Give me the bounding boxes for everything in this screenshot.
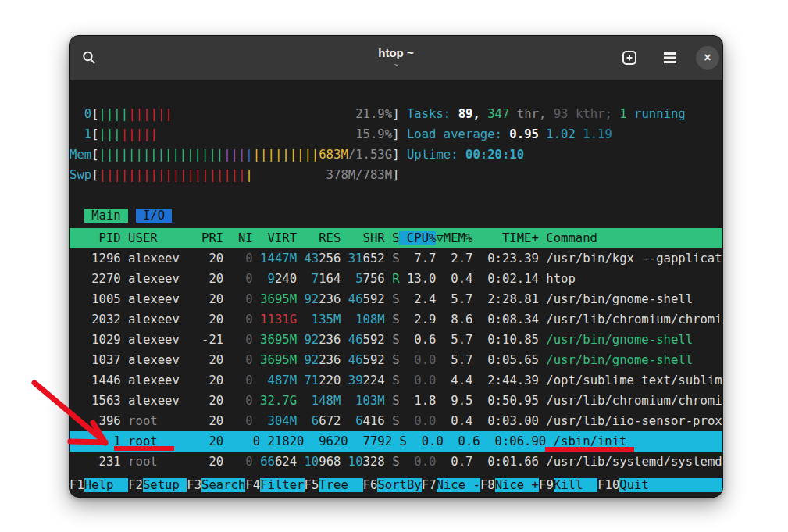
process-row-text: 0 bbox=[223, 312, 253, 327]
process-row-text: S bbox=[385, 353, 400, 367]
fn-search-button[interactable]: Search bbox=[201, 478, 245, 492]
fn-nice-minus-button[interactable]: Nice - bbox=[437, 478, 480, 492]
process-row-text: 1029 alexeev -21 bbox=[70, 333, 223, 347]
header-col-cpu-sort[interactable]: CPU% bbox=[399, 231, 436, 245]
search-button[interactable] bbox=[76, 45, 102, 71]
swp-label: Swp bbox=[70, 168, 91, 182]
cpu1-bars-red: ||||| bbox=[121, 127, 158, 141]
header-col-time[interactable]: TIME+ bbox=[472, 231, 539, 245]
process-row-text: 1005 alexeev 20 bbox=[70, 292, 223, 306]
process-row-text bbox=[253, 272, 268, 286]
process-row-text: 46 bbox=[341, 333, 362, 347]
process-row-text: 0:01.66 bbox=[472, 455, 539, 469]
process-row-text: /usr/bin/gnome-shell bbox=[539, 333, 693, 347]
meter-cpu0-text: running bbox=[627, 107, 686, 121]
fn-kill-button[interactable]: Kill bbox=[554, 478, 597, 492]
swp-bars-red: |||||||||||||||||||| bbox=[99, 168, 246, 182]
header-col-command[interactable]: Command bbox=[539, 231, 722, 245]
process-row: 1005 alexeev 20 0 3695M 92236 46592 S 2.… bbox=[70, 289, 723, 309]
fn-nice-plus-button[interactable]: Nice + bbox=[495, 478, 539, 492]
process-row-text: 2:44.39 bbox=[472, 373, 539, 387]
fn-tree-button[interactable]: Tree bbox=[319, 478, 362, 492]
fn-filter-button[interactable]: Filter bbox=[260, 478, 304, 492]
desktop: htop ~ ~ × 0[|||||||| bbox=[0, 0, 788, 532]
process-row-text: root bbox=[128, 455, 158, 469]
new-tab-button[interactable] bbox=[616, 45, 643, 71]
process-row-text: 487M bbox=[253, 373, 297, 387]
meter-cpu0-text: 1 bbox=[612, 107, 627, 121]
meter-cpu0-text: 89, bbox=[451, 107, 480, 121]
function-key-bar: F1Help F2Setup F3SearchF4FilterF5Tree F6… bbox=[70, 475, 723, 495]
process-row-text: S bbox=[385, 252, 400, 266]
process-row-text: 1.8 bbox=[400, 394, 437, 408]
process-row-text: 416 bbox=[363, 414, 385, 428]
cpu1-bars-green: ||| bbox=[99, 127, 121, 141]
fn-key-f1: F1 bbox=[70, 478, 84, 492]
process-row-text: 0.6 bbox=[400, 333, 437, 347]
process-row-text: /usr/bin/kgx --gapplicat bbox=[539, 252, 722, 266]
process-row-text: 224 bbox=[363, 373, 385, 387]
meter-cpu1-text: 1.02 bbox=[539, 127, 576, 141]
meter-cpu1-text: [ bbox=[91, 127, 98, 141]
meter-cpu0-text bbox=[400, 107, 407, 121]
meter-cpu1-text: 0.95 bbox=[502, 127, 539, 141]
process-row: 1296 alexeev 20 0 1447M 43256 31652 S 7.… bbox=[70, 248, 723, 269]
console-window: htop ~ ~ × 0[|||||||| bbox=[69, 35, 723, 498]
sort-indicator-icon: ▽ bbox=[436, 231, 443, 245]
process-row-text: 108M bbox=[341, 312, 384, 327]
process-row-text: 756 bbox=[363, 272, 385, 286]
process-row-text: /usr/bin/gnome-shell bbox=[539, 353, 693, 367]
process-row-text: 652 bbox=[363, 252, 385, 266]
process-row-text: 592 bbox=[363, 292, 385, 306]
tab-main[interactable]: Main bbox=[84, 209, 128, 223]
process-row-text: 0:02.14 bbox=[472, 272, 539, 286]
meter-cpu1-text: 1.19 bbox=[576, 127, 612, 141]
process-row-text: 5.7 bbox=[436, 333, 472, 347]
header-cols-left[interactable]: PID USER PRI NI VIRT RES SHR S bbox=[70, 231, 399, 245]
menu-button[interactable] bbox=[657, 45, 683, 71]
init-row-text: 1 root 20 0 21820 9620 7792 S 0.0 0.6 0:… bbox=[70, 434, 723, 448]
meter-cpu0-text: 347 bbox=[480, 107, 510, 121]
fn-quit-button[interactable]: Quit bbox=[619, 478, 722, 492]
process-row-text: 0 bbox=[223, 455, 253, 469]
process-row-text: S bbox=[385, 455, 400, 469]
process-row-text: S bbox=[385, 414, 400, 428]
meter-cpu0-text: ; bbox=[604, 107, 612, 121]
process-row: 2270 alexeev 20 0 9240 7164 5756 R 13.0 … bbox=[70, 269, 723, 289]
fn-sortby-button[interactable]: SortBy bbox=[377, 478, 421, 492]
fn-key-f7: F7 bbox=[422, 478, 437, 492]
meter-cpu1-text bbox=[400, 127, 407, 141]
process-row-text: 4.4 bbox=[436, 373, 472, 387]
process-row-text: 592 bbox=[363, 353, 385, 367]
process-row-text: 0.0 bbox=[400, 353, 437, 367]
header-col-mem[interactable]: MEM% bbox=[444, 231, 473, 245]
fn-key-f8: F8 bbox=[480, 478, 495, 492]
tabs-row-text bbox=[70, 209, 84, 223]
process-row-text: 1447M bbox=[253, 252, 297, 266]
fn-key-f4: F4 bbox=[245, 478, 260, 492]
process-row-text: 46 bbox=[341, 353, 362, 367]
process-row-text: 0:05.65 bbox=[472, 353, 539, 367]
fn-key-f10: F10 bbox=[597, 478, 619, 492]
process-row-text: S bbox=[385, 394, 400, 408]
tab-io[interactable]: I/O bbox=[136, 209, 173, 223]
process-row-text: S bbox=[385, 333, 400, 347]
process-row-text bbox=[253, 455, 260, 469]
process-row-text: 0.0 bbox=[400, 373, 437, 387]
fn-key-f3: F3 bbox=[187, 478, 201, 492]
terminal-htop[interactable]: 0[|||||||||| 21.9%] Tasks: 89, 347 thr, … bbox=[70, 80, 723, 498]
fn-help-button[interactable]: Help bbox=[84, 478, 128, 492]
titlebar[interactable]: htop ~ ~ × bbox=[70, 36, 722, 80]
process-row-text: 0:10.85 bbox=[472, 333, 539, 347]
meter-cpu0-text: Tasks: bbox=[407, 107, 451, 121]
fn-setup-button[interactable]: Setup bbox=[143, 478, 187, 492]
close-button[interactable]: × bbox=[696, 46, 719, 70]
process-row-text: 10 bbox=[297, 455, 319, 469]
process-row-text: 20 bbox=[158, 455, 224, 469]
meter-cpu0-text: [ bbox=[91, 107, 98, 121]
process-row-text: 0.4 bbox=[436, 272, 472, 286]
fn-key-f6: F6 bbox=[363, 478, 378, 492]
process-row-highlighted[interactable]: 1 root 20 0 21820 9620 7792 S 0.0 0.6 0:… bbox=[70, 431, 723, 452]
process-row-text: 32.7G bbox=[253, 394, 297, 408]
process-row-text: 6 bbox=[355, 414, 362, 428]
